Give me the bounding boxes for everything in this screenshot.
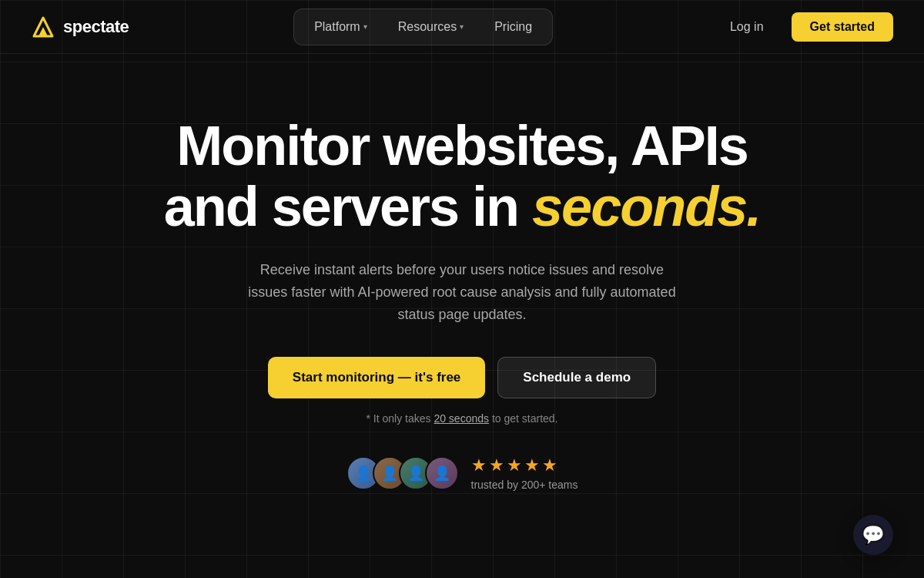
schedule-demo-button[interactable]: Schedule a demo [497, 357, 656, 398]
star-icon: ★ [542, 455, 557, 476]
nav-pricing[interactable]: Pricing [480, 14, 546, 40]
chat-icon: 💬 [862, 524, 885, 546]
navbar: spectate Platform ▾ Resources ▾ Pricing … [0, 0, 924, 54]
logo-text: spectate [63, 17, 129, 37]
hero-note-prefix: * It only takes [366, 412, 434, 425]
avatar: 👤 [425, 456, 459, 490]
spectate-logo-icon [31, 15, 55, 39]
chevron-down-icon: ▾ [363, 22, 367, 31]
chat-bubble-button[interactable]: 💬 [853, 515, 893, 555]
hero-title-line2: and servers in [164, 176, 532, 237]
trust-text: trusted by 200+ teams [471, 479, 578, 491]
chevron-down-icon: ▾ [460, 22, 464, 31]
star-icon: ★ [524, 455, 540, 476]
star-icon: ★ [471, 455, 487, 476]
nav-platform-label: Platform [314, 20, 360, 34]
avatar-group: 👤 👤 👤 👤 [346, 456, 459, 490]
hero-note: * It only takes 20 seconds to get starte… [366, 412, 557, 425]
get-started-button[interactable]: Get started [792, 12, 893, 42]
hero-note-link[interactable]: 20 seconds [434, 412, 489, 425]
star-rating: ★ ★ ★ ★ ★ [471, 455, 557, 476]
hero-title: Monitor websites, APIs and servers in se… [164, 116, 760, 237]
avatar-face: 👤 [427, 458, 457, 489]
stars-trust: ★ ★ ★ ★ ★ trusted by 200+ teams [471, 455, 578, 491]
social-proof: 👤 👤 👤 👤 ★ ★ ★ ★ ★ trusted by 200+ teams [346, 455, 578, 491]
nav-right: Log in Get started [718, 12, 893, 42]
hero-note-suffix: to get started. [489, 412, 558, 425]
login-button[interactable]: Log in [718, 14, 776, 40]
svg-marker-1 [38, 27, 48, 36]
hero-subtitle: Receive instant alerts before your users… [239, 259, 685, 325]
start-monitoring-button[interactable]: Start monitoring — it's free [268, 357, 485, 398]
nav-resources[interactable]: Resources ▾ [384, 14, 477, 40]
star-icon: ★ [489, 455, 504, 476]
hero-title-line1: Monitor websites, APIs [176, 115, 747, 176]
nav-resources-label: Resources [398, 20, 457, 34]
logo[interactable]: spectate [31, 15, 129, 39]
hero-buttons: Start monitoring — it's free Schedule a … [268, 357, 656, 398]
star-icon: ★ [507, 455, 522, 476]
nav-pricing-label: Pricing [494, 20, 532, 34]
hero-title-italic: seconds. [532, 176, 760, 237]
hero-section: Monitor websites, APIs and servers in se… [0, 54, 924, 491]
nav-center: Platform ▾ Resources ▾ Pricing [293, 8, 553, 45]
nav-platform[interactable]: Platform ▾ [300, 14, 381, 40]
